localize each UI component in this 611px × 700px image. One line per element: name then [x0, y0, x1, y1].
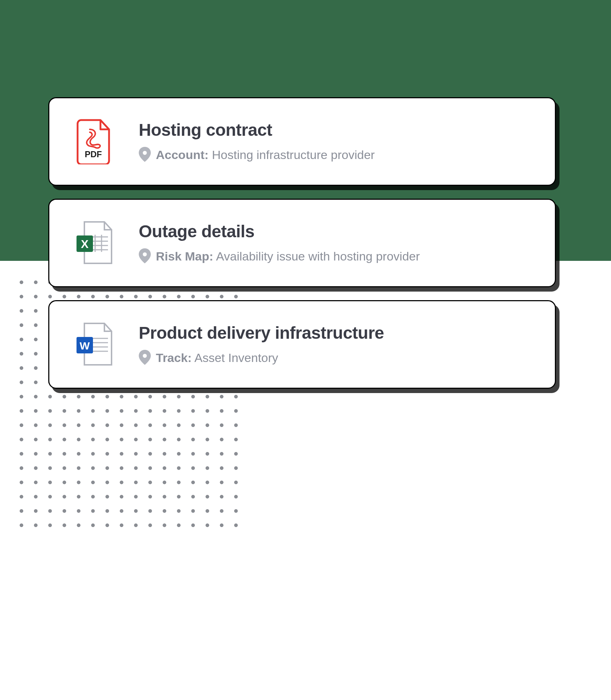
svg-text:X: X [81, 238, 89, 250]
card-subtext: Track: Asset Inventory [156, 351, 278, 365]
card-value: Asset Inventory [194, 351, 278, 364]
pin-icon [139, 147, 151, 163]
card-list: PDF Hosting contract Account: Hosting in… [48, 97, 556, 389]
pin-icon [139, 248, 151, 265]
card-label: Track: [156, 351, 192, 364]
card-label: Account: [156, 148, 208, 162]
card-title: Product delivery infrastructure [139, 323, 384, 343]
card-label: Risk Map: [156, 249, 213, 263]
pin-icon [139, 350, 151, 366]
card-title: Outage details [139, 222, 420, 241]
card-subtext: Account: Hosting infrastructure provider [156, 148, 375, 162]
card-value: Hosting infrastructure provider [212, 148, 375, 162]
svg-text:PDF: PDF [85, 149, 102, 159]
excel-icon: X [74, 220, 114, 266]
card-value: Availability issue with hosting provider [216, 249, 420, 263]
word-icon: W [74, 321, 114, 368]
card-title: Hosting contract [139, 120, 375, 140]
document-card[interactable]: X Outage details Risk Map: Availability … [48, 199, 556, 287]
document-card[interactable]: PDF Hosting contract Account: Hosting in… [48, 97, 556, 186]
card-subtext: Risk Map: Availability issue with hostin… [156, 249, 420, 263]
pdf-icon: PDF [74, 118, 114, 165]
svg-text:W: W [80, 340, 90, 352]
document-card[interactable]: W Product delivery infrastructure Track:… [48, 300, 556, 389]
